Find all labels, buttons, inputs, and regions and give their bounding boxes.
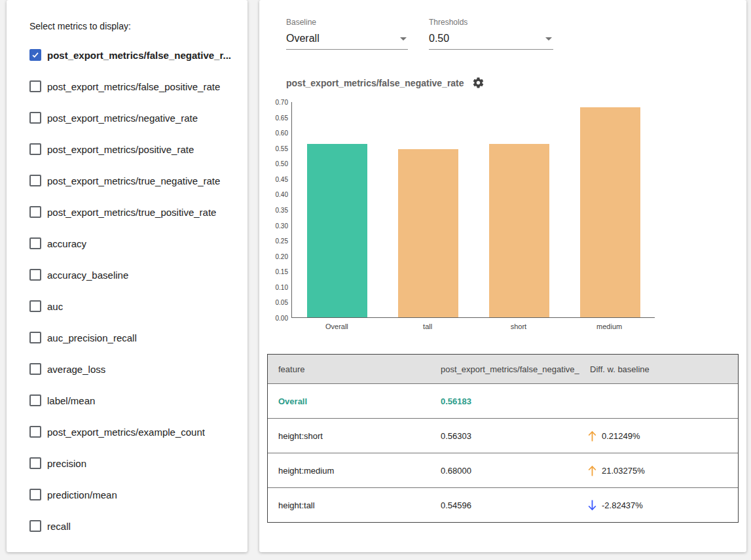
x-axis-tick-label: short	[511, 323, 526, 330]
y-axis-tick-label: 0.60	[276, 130, 288, 137]
diff-value: 21.03275%	[602, 466, 645, 476]
x-axis-tick-label: medium	[596, 323, 622, 330]
metric-checkbox-item[interactable]: post_export_metrics/negative_rate	[29, 102, 238, 133]
checkbox-unchecked-icon[interactable]	[29, 175, 41, 186]
feature-cell: height:tall	[268, 500, 430, 510]
table-row[interactable]: Overall0.56183	[268, 383, 738, 418]
y-axis-tick-label: 0.30	[276, 222, 288, 229]
metric-checkbox-item[interactable]: post_export_metrics/true_positive_rate	[29, 196, 238, 228]
fairness-indicators-app: Select metrics to display: post_export_m…	[0, 0, 751, 560]
metrics-table: featurepost_export_metrics/false_negativ…	[267, 354, 739, 523]
metric-label: prediction/mean	[47, 489, 117, 500]
checkbox-unchecked-icon[interactable]	[29, 332, 41, 343]
bar-chart: 0.000.050.100.150.200.250.300.350.400.45…	[263, 102, 746, 332]
metric-checkbox-item[interactable]: recall	[29, 510, 238, 542]
metric-checkbox-item[interactable]: post_export_metrics/false_positive_rate	[29, 71, 238, 102]
checkbox-unchecked-icon[interactable]	[29, 426, 41, 438]
checkbox-unchecked-icon[interactable]	[29, 520, 41, 532]
chevron-down-icon	[545, 37, 552, 41]
metric-checkbox-item[interactable]: precision	[29, 447, 238, 479]
metric-checkbox-item[interactable]: average_loss	[29, 353, 238, 385]
metric-checkbox-item[interactable]: accuracy_baseline	[29, 259, 238, 290]
metric-label: average_loss	[47, 364, 105, 375]
arrow-up-icon	[587, 464, 602, 477]
feature-cell: height:short	[268, 431, 430, 441]
metric-checkbox-item[interactable]: accuracy	[29, 228, 238, 259]
bar-tall[interactable]	[398, 149, 458, 317]
diff-cell: -2.82437%	[579, 499, 739, 512]
feature-cell: Overall	[268, 396, 430, 406]
checkbox-unchecked-icon[interactable]	[29, 363, 41, 375]
metric-value-cell: 0.68000	[430, 466, 579, 476]
table-row[interactable]: height:medium0.6800021.03275%	[268, 453, 738, 487]
metrics-select-panel: Select metrics to display: post_export_m…	[7, 0, 247, 552]
table-row[interactable]: height:short0.563030.21249%	[268, 418, 738, 453]
table-header-row: featurepost_export_metrics/false_negativ…	[268, 355, 738, 383]
checkbox-unchecked-icon[interactable]	[29, 394, 41, 406]
x-axis-labels: Overalltallshortmedium	[291, 318, 655, 332]
metric-checkbox-item[interactable]: post_export_metrics/example_count	[29, 416, 238, 447]
y-axis-tick-label: 0.15	[276, 268, 288, 275]
metric-label: accuracy	[47, 238, 86, 249]
chevron-down-icon	[400, 37, 407, 41]
gear-icon[interactable]	[472, 77, 485, 89]
table-header-cell: post_export_metrics/false_negative_rat..…	[430, 364, 579, 374]
metric-value-cell: 0.54596	[430, 500, 579, 510]
y-axis-tick-label: 0.00	[276, 315, 288, 322]
metrics-panel-title: Select metrics to display:	[29, 21, 238, 31]
metric-checkbox-item[interactable]: label/mean	[29, 385, 238, 416]
metric-list: post_export_metrics/false_negative_r...p…	[29, 39, 238, 542]
checkbox-checked-icon[interactable]	[29, 49, 41, 61]
y-axis-tick-label: 0.65	[276, 114, 288, 121]
x-axis-tick-label: tall	[423, 323, 432, 330]
plot-wrap: Overalltallshortmedium	[291, 102, 655, 332]
metric-checkbox-item[interactable]: prediction/mean	[29, 479, 238, 510]
y-axis-tick-label: 0.50	[276, 160, 288, 167]
bar-short[interactable]	[489, 144, 549, 317]
thresholds-select[interactable]: 0.50	[429, 29, 553, 50]
baseline-select[interactable]: Overall	[286, 29, 408, 50]
metric-label: auc_precision_recall	[47, 332, 137, 343]
checkbox-unchecked-icon[interactable]	[29, 457, 41, 469]
checkbox-unchecked-icon[interactable]	[29, 80, 41, 92]
baseline-selected-value: Overall	[286, 33, 320, 44]
metric-checkbox-item[interactable]: auc	[29, 290, 238, 322]
baseline-label: Baseline	[286, 18, 408, 27]
checkbox-unchecked-icon[interactable]	[29, 206, 41, 218]
y-axis-tick-label: 0.45	[276, 175, 288, 183]
metric-label: post_export_metrics/false_positive_rate	[47, 81, 220, 92]
checkbox-unchecked-icon[interactable]	[29, 269, 41, 281]
bar-Overall[interactable]	[307, 144, 367, 317]
y-axis-tick-label: 0.10	[276, 283, 288, 290]
metric-label: auc	[47, 301, 63, 312]
y-axis-tick-label: 0.35	[276, 207, 288, 214]
y-axis-tick-label: 0.55	[276, 145, 288, 152]
metric-checkbox-item[interactable]: auc_precision_recall	[29, 322, 238, 353]
table-row[interactable]: height:tall0.54596-2.82437%	[268, 487, 738, 522]
diff-cell: 0.21249%	[579, 430, 739, 442]
metric-checkbox-item[interactable]: post_export_metrics/positive_rate	[29, 133, 238, 165]
y-axis-tick-label: 0.70	[276, 99, 288, 106]
metric-checkbox-item[interactable]: post_export_metrics/false_negative_r...	[29, 39, 238, 71]
feature-cell: height:medium	[268, 466, 430, 476]
checkbox-unchecked-icon[interactable]	[29, 237, 41, 249]
plot-area	[291, 102, 655, 318]
metric-label: post_export_metrics/false_negative_r...	[47, 50, 231, 61]
x-axis-tick-label: Overall	[325, 323, 348, 330]
table-header-cell: feature	[268, 364, 430, 374]
table-body: Overall0.56183height:short0.563030.21249…	[268, 383, 738, 522]
y-axis-tick-label: 0.40	[276, 191, 288, 198]
checkbox-unchecked-icon[interactable]	[29, 300, 41, 312]
chart-header: post_export_metrics/false_negative_rate	[286, 77, 746, 89]
checkbox-unchecked-icon[interactable]	[29, 489, 41, 500]
metric-checkbox-item[interactable]: post_export_metrics/true_negative_rate	[29, 165, 238, 196]
checkbox-unchecked-icon[interactable]	[29, 143, 41, 155]
metric-label: post_export_metrics/negative_rate	[47, 113, 198, 124]
y-axis-tick-label: 0.05	[276, 299, 288, 306]
checkbox-unchecked-icon[interactable]	[29, 112, 41, 124]
metric-value-cell: 0.56183	[430, 396, 579, 406]
arrow-down-icon	[587, 499, 602, 512]
metric-label: label/mean	[47, 395, 95, 406]
metric-label: recall	[47, 521, 71, 532]
bar-medium[interactable]	[580, 107, 640, 317]
